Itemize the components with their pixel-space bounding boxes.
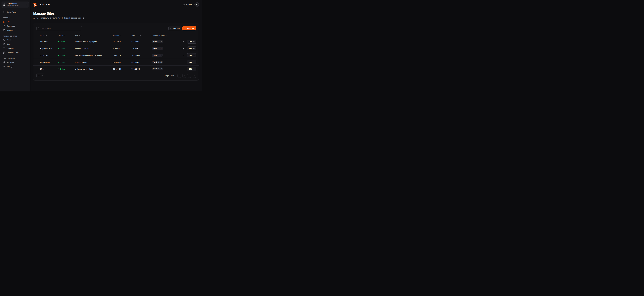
refresh-icon [170,28,172,29]
sidebar-item-settings[interactable]: Settings [2,64,29,68]
chevrons-up-down-icon [26,4,27,6]
first-page-button[interactable] [178,74,181,78]
cell-data-in: 5.00 MB [113,48,132,50]
page-subtitle: Allow connectivity to your network throu… [33,17,199,19]
column-header-connection-type[interactable]: Connection Type [152,35,182,36]
column-header-data-in[interactable]: Data In [113,35,132,36]
cell-name: Home Lab [40,54,58,56]
pangolin-logo-icon [33,2,38,7]
row-edit-button[interactable]: Edit [187,40,196,44]
connection-type-badge: Newt v1.3.2 [152,47,163,50]
sidebar-item-server-admin[interactable]: Server Admin [2,10,29,14]
add-site-button[interactable]: Add Site [182,26,196,30]
row-more-button[interactable] [182,54,185,56]
page-size-select[interactable]: 20 [36,74,44,78]
column-header-name[interactable]: Name [40,35,58,36]
ellipsis-icon [182,54,184,56]
ellipsis-icon [182,40,184,43]
row-more-button[interactable] [182,47,185,50]
table-body: AWS VPC Online vivacious-little-blue-pen… [33,38,198,72]
brand: PANGOLIN [33,2,50,7]
column-header-site[interactable]: Site [75,35,113,36]
cell-data-in: 534.98 GB [113,68,132,70]
row-more-button[interactable] [182,61,185,63]
sidebar-item-invitations[interactable]: Invitations [2,46,29,50]
sidebar-item-label: Resources [6,25,15,27]
sidebar-item-domains[interactable]: Domains [2,28,29,32]
column-header-data-out[interactable]: Data Out [132,35,152,36]
card-toolbar: Refresh Add Site [33,23,198,33]
brand-name: PANGOLIN [39,4,50,6]
cell-data-out: 34.80 GB [132,61,152,63]
cell-data-in: 112.42 GB [113,54,132,56]
cell-site: fortunate-cape-fox [75,48,113,50]
avatar[interactable]: M [194,2,199,7]
prev-page-button[interactable] [182,74,186,78]
table-header-row: Name Online Site Data In Data Out Connec… [33,33,198,38]
search-wrap [36,26,82,30]
sidebar-item-sites[interactable]: Sites [2,20,29,24]
cell-site: smug-brown-rat [75,61,113,63]
topbar: PANGOLIN System M [30,0,202,8]
topbar-right: System M [183,2,199,7]
sort-icon [139,35,141,36]
row-edit-button[interactable]: Edit [187,67,196,71]
key-icon [3,61,5,63]
org-picker-value: milo@fossorial.io's ... [7,5,24,7]
sidebar-item-label: API Keys [6,61,14,63]
sort-icon [64,35,66,36]
link-icon [3,52,5,54]
refresh-button[interactable]: Refresh [168,26,181,30]
arrow-right-icon [193,61,195,63]
connection-type-badge: Newt v1.3.2 [152,54,163,57]
table-row-2: Home Lab Online dead-san-joaquin-antelop… [33,52,198,58]
cell-data-out: 52.02 MB [132,41,152,43]
row-edit-button[interactable]: Edit [187,53,196,57]
next-page-button[interactable] [187,74,191,78]
sidebar-item-api-keys[interactable]: API Keys [2,60,29,64]
search-input[interactable] [36,26,82,30]
server-icon [3,11,5,13]
sidebar-item-shareable-links[interactable]: Shareable Links [2,50,29,54]
theme-toggle[interactable]: System [183,4,192,6]
status-badge: Online [58,41,75,43]
sidebar-item-label: Users [6,39,11,41]
online-dot-icon [58,41,59,42]
cell-name: AWS VPC [40,41,58,43]
cell-site: vivacious-little-blue-penguin [75,41,113,43]
sidebar-item-label: Roles [6,43,11,45]
sidebar-scrollbar-thumb[interactable] [30,53,30,58]
table-row-0: AWS VPC Online vivacious-little-blue-pen… [33,38,198,45]
status-badge: Online [58,61,75,63]
sort-icon [79,35,81,36]
row-more-button[interactable] [182,68,185,70]
connection-type-badge: Newt v1.3.2 [152,40,163,43]
page-info: Page 1 of 1 [165,75,174,77]
cell-data-in: 12.65 GB [113,61,132,63]
connection-type-badge: Newt v1.3.2 [152,61,163,64]
search-icon [38,27,40,29]
sidebar-item-label: Domains [6,29,14,31]
sidebar-item-users[interactable]: Users [2,38,29,42]
table-row-1: Edge Device 01 Online fortunate-cape-fox… [33,45,198,52]
row-more-button[interactable] [182,40,185,43]
sidebar-item-label: Shareable Links [6,52,19,54]
cell-data-out: 780.12 GB [132,68,152,70]
row-edit-button[interactable]: Edit [187,60,196,64]
org-picker[interactable]: Organization milo@fossorial.io's ... [2,2,29,8]
sidebar-item-resources[interactable]: Resources [2,24,29,28]
mail-check-icon [3,47,5,50]
arrow-right-icon [193,68,195,70]
table-row-3: Jeff's Laptop Online smug-brown-rat 12.6… [33,58,198,66]
online-dot-icon [58,48,59,49]
last-page-button[interactable] [192,74,196,78]
avatar-initial: M [196,4,197,6]
column-header-online[interactable]: Online [58,35,75,36]
row-edit-button[interactable]: Edit [187,46,196,50]
ellipsis-icon [182,61,184,63]
page-title: Manage Sites [33,12,199,16]
cell-site: dead-san-joaquin-antelope-squirrel [75,54,113,56]
status-badge: Online [58,54,75,56]
sidebar-item-roles[interactable]: Roles [2,42,29,46]
toolbar-actions: Refresh Add Site [168,26,196,30]
